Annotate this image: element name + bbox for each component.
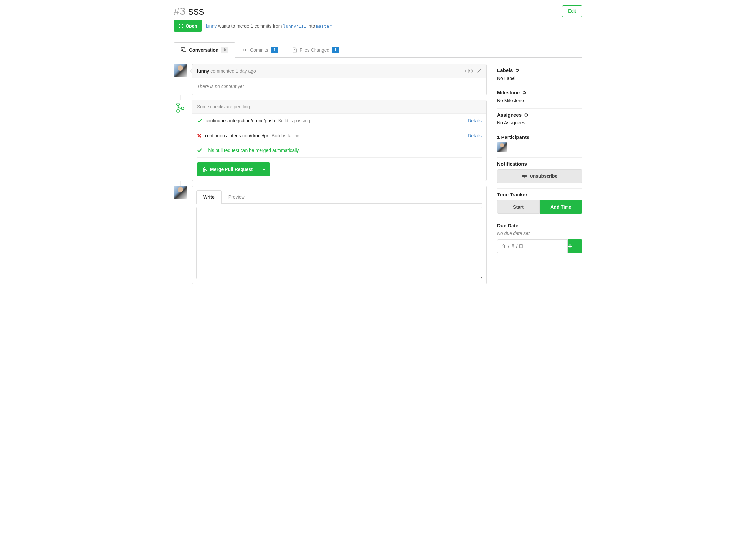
svg-point-11: [468, 69, 472, 73]
check-row-success: continuous-integration/drone/push Build …: [192, 114, 486, 128]
milestone-value: No Milestone: [497, 98, 582, 103]
assignees-value: No Assignees: [497, 120, 582, 126]
comment-discussion-icon: [181, 47, 187, 53]
edit-comment-button[interactable]: [477, 69, 482, 74]
svg-point-17: [203, 167, 204, 168]
editor-tab-write[interactable]: Write: [196, 190, 222, 204]
comment-time[interactable]: 1 day ago: [236, 69, 256, 74]
svg-point-13: [471, 70, 471, 71]
editor-tab-preview[interactable]: Preview: [222, 190, 252, 204]
actor-link[interactable]: lunny: [206, 23, 217, 28]
status-badge-open: Open: [174, 20, 202, 32]
due-date-input[interactable]: [497, 239, 568, 253]
milestone-header[interactable]: Milestone: [497, 90, 582, 95]
gear-icon: [515, 68, 519, 73]
git-commit-icon: [242, 47, 247, 53]
check-details-link[interactable]: Details: [468, 133, 482, 138]
comment-textarea[interactable]: [196, 207, 482, 279]
checks-header: Some checks are pending: [192, 100, 486, 114]
assignees-header[interactable]: Assignees: [497, 112, 582, 118]
due-date-add-button[interactable]: [568, 239, 582, 253]
check-icon: [197, 148, 202, 153]
edit-button[interactable]: Edit: [562, 5, 582, 17]
page-title: #3 sss: [174, 5, 204, 17]
mergeable-message: This pull request can be merged automati…: [197, 148, 482, 158]
check-row-fail: continuous-integration/drone/pr Build is…: [192, 128, 486, 143]
pr-tabs: Conversation 0 Commits 1 Files Changed 1: [174, 42, 582, 58]
check-details-link[interactable]: Details: [468, 118, 482, 124]
commenter-avatar[interactable]: [174, 64, 187, 77]
pencil-icon: [477, 69, 482, 73]
comment-author[interactable]: lunny: [197, 69, 209, 74]
due-date-empty: No due date set.: [497, 231, 582, 236]
participants-header: 1 Participants: [497, 134, 582, 140]
tab-files[interactable]: Files Changed 1: [285, 42, 346, 58]
git-merge-icon: [174, 100, 187, 181]
notifications-header: Notifications: [497, 161, 582, 167]
svg-point-15: [177, 110, 179, 112]
time-tracker-header: Time Tracker: [497, 192, 582, 197]
merge-status-panel: Some checks are pending continuous-integ…: [192, 100, 487, 181]
caret-down-icon: [263, 169, 265, 170]
merge-summary: lunny wants to merge 1 commits from lunn…: [206, 23, 332, 28]
source-branch[interactable]: lunny/111: [283, 24, 306, 28]
tracker-add-time-button[interactable]: Add Time: [540, 200, 582, 214]
svg-rect-4: [183, 49, 186, 51]
merge-dropdown-button[interactable]: [258, 162, 270, 176]
target-branch[interactable]: master: [316, 24, 332, 28]
comment-body: There is no content yet.: [192, 78, 486, 95]
gear-icon: [524, 113, 528, 117]
comment-bubble: lunny commented 1 day ago +: [192, 64, 487, 95]
current-user-avatar[interactable]: [174, 186, 187, 199]
merge-pr-button[interactable]: Merge Pull Request: [197, 162, 258, 176]
svg-point-12: [469, 70, 470, 71]
x-icon: [197, 133, 202, 138]
svg-point-18: [203, 170, 204, 172]
gear-icon: [522, 90, 526, 95]
git-merge-small-icon: [202, 166, 207, 172]
file-diff-icon: [292, 47, 297, 53]
participant-avatar[interactable]: [497, 142, 507, 152]
tab-conversation[interactable]: Conversation 0: [174, 42, 235, 58]
comment-editor: Write Preview: [192, 186, 487, 284]
svg-point-19: [205, 169, 207, 170]
check-icon: [197, 118, 202, 124]
svg-point-16: [181, 107, 184, 110]
unsubscribe-button[interactable]: Unsubscribe: [497, 169, 582, 183]
alert-circle-icon: [178, 23, 184, 28]
tracker-start-button[interactable]: Start: [497, 200, 540, 214]
labels-header[interactable]: Labels: [497, 68, 582, 73]
plus-icon: [568, 244, 572, 248]
mute-icon: [522, 174, 527, 179]
tab-commits[interactable]: Commits 1: [235, 42, 285, 58]
add-reaction-button[interactable]: +: [464, 69, 473, 74]
smiley-icon: [468, 69, 473, 74]
due-date-header: Due Date: [497, 223, 582, 228]
svg-point-14: [177, 103, 179, 106]
svg-point-5: [244, 49, 246, 51]
labels-value: No Label: [497, 76, 582, 81]
